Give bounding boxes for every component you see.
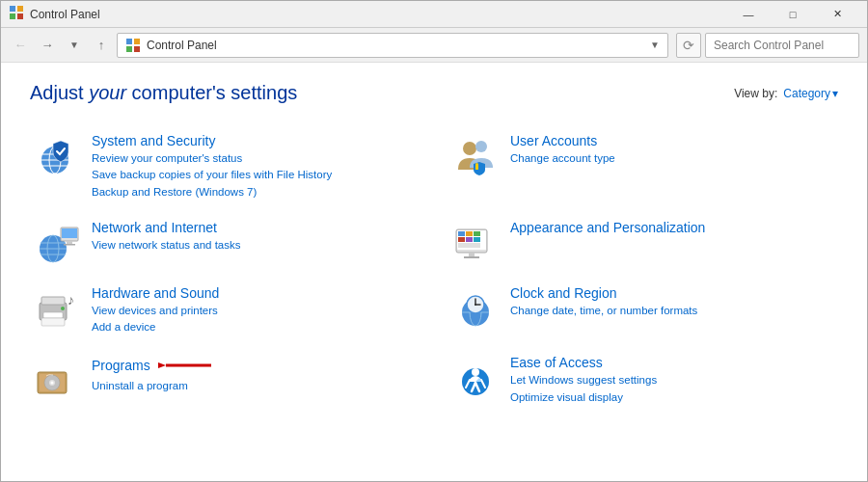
- view-by-arrow-icon: ▾: [832, 87, 838, 100]
- network-internet-content: Network and Internet View network status…: [92, 220, 416, 254]
- svg-point-54: [51, 382, 54, 385]
- address-icon: [125, 38, 141, 53]
- toolbar: ← → ▼ ↑ Control Panel ▼ ⟳: [1, 28, 867, 63]
- user-accounts-link-1[interactable]: Change account type: [510, 150, 834, 167]
- category-network-internet[interactable]: Network and Internet View network status…: [30, 214, 420, 272]
- ease-of-access-link-2[interactable]: Optimize visual display: [510, 389, 834, 406]
- svg-rect-35: [469, 253, 475, 256]
- forward-button[interactable]: →: [36, 34, 59, 57]
- hardware-sound-content: Hardware and Sound View devices and prin…: [92, 285, 416, 336]
- titlebar-controls: — □ ✕: [726, 1, 859, 28]
- svg-point-49: [475, 304, 476, 306]
- svg-rect-3: [17, 13, 23, 19]
- system-security-title[interactable]: System and Security: [92, 133, 416, 148]
- svg-point-58: [472, 368, 479, 376]
- hardware-sound-link-1[interactable]: View devices and printers: [92, 303, 416, 319]
- svg-rect-28: [458, 231, 465, 236]
- svg-rect-4: [126, 39, 132, 44]
- category-appearance[interactable]: Appearance and Personalization: [448, 214, 838, 272]
- svg-rect-32: [466, 237, 473, 242]
- category-system-security[interactable]: System and Security Review your computer…: [30, 127, 420, 206]
- maximize-button[interactable]: □: [771, 1, 815, 28]
- svg-rect-39: [43, 312, 63, 318]
- clock-region-title[interactable]: Clock and Region: [510, 285, 834, 301]
- svg-point-13: [463, 142, 476, 155]
- user-accounts-content: User Accounts Change account type: [510, 133, 834, 167]
- clock-region-link-1[interactable]: Change date, time, or number formats: [510, 303, 834, 319]
- svg-point-40: [61, 307, 65, 310]
- svg-rect-16: [475, 163, 478, 166]
- system-security-icon: [34, 133, 80, 179]
- category-clock-region[interactable]: Clock and Region Change date, time, or n…: [448, 280, 838, 342]
- programs-content: Programs Uninstall a program: [92, 355, 416, 394]
- network-internet-icon: [34, 220, 80, 266]
- minimize-button[interactable]: —: [726, 1, 771, 28]
- clock-region-icon: [452, 285, 499, 332]
- network-internet-link-1[interactable]: View network status and tasks: [92, 237, 416, 254]
- search-input[interactable]: [705, 33, 859, 58]
- view-by-dropdown[interactable]: Category ▾: [783, 87, 838, 100]
- titlebar-icon: [9, 5, 24, 23]
- user-accounts-icon: [452, 133, 499, 179]
- system-security-content: System and Security Review your computer…: [92, 133, 416, 201]
- view-by-label: View by:: [734, 87, 777, 100]
- up-button[interactable]: ↑: [90, 34, 113, 57]
- refresh-button[interactable]: ⟳: [676, 33, 701, 58]
- svg-rect-5: [134, 39, 140, 44]
- programs-title[interactable]: Programs: [92, 355, 416, 376]
- categories-grid: System and Security Review your computer…: [30, 127, 838, 412]
- programs-icon: [34, 355, 80, 401]
- address-text: Control Panel: [147, 39, 644, 52]
- user-accounts-title[interactable]: User Accounts: [510, 133, 834, 148]
- system-security-link-2[interactable]: Save backup copies of your files with Fi…: [92, 167, 416, 183]
- address-bar: Control Panel ▼: [117, 33, 668, 58]
- system-security-link-3[interactable]: Backup and Restore (Windows 7): [92, 184, 416, 201]
- svg-rect-41: [41, 318, 65, 326]
- ease-of-access-content: Ease of Access Let Windows suggest setti…: [510, 355, 834, 406]
- titlebar-title: Control Panel: [30, 8, 726, 21]
- view-by: View by: Category ▾: [734, 87, 838, 100]
- hardware-sound-icon: ♪: [34, 285, 80, 332]
- category-ease-of-access[interactable]: Ease of Access Let Windows suggest setti…: [448, 349, 838, 412]
- clock-region-content: Clock and Region Change date, time, or n…: [510, 285, 834, 319]
- back-button[interactable]: ←: [9, 34, 32, 57]
- close-button[interactable]: ✕: [815, 1, 859, 28]
- svg-rect-29: [466, 231, 473, 236]
- svg-rect-33: [474, 237, 480, 242]
- address-chevron-icon[interactable]: ▼: [650, 40, 660, 50]
- hardware-sound-title[interactable]: Hardware and Sound: [92, 285, 416, 301]
- svg-rect-24: [67, 241, 72, 244]
- hardware-sound-link-2[interactable]: Add a device: [92, 319, 416, 335]
- svg-rect-38: [41, 297, 65, 305]
- svg-point-14: [475, 141, 487, 152]
- appearance-title[interactable]: Appearance and Personalization: [510, 220, 834, 235]
- svg-rect-25: [64, 244, 75, 246]
- dropdown-button[interactable]: ▼: [63, 34, 86, 57]
- ease-of-access-link-1[interactable]: Let Windows suggest settings: [510, 372, 834, 388]
- programs-link-1[interactable]: Uninstall a program: [92, 378, 416, 394]
- network-internet-title[interactable]: Network and Internet: [92, 220, 416, 235]
- svg-rect-6: [126, 46, 132, 52]
- page-title: Adjust your computer's settings: [30, 82, 297, 104]
- svg-rect-7: [134, 46, 140, 52]
- titlebar: Control Panel — □ ✕: [1, 1, 867, 28]
- ease-of-access-icon: [452, 355, 499, 401]
- svg-text:♪: ♪: [68, 292, 74, 308]
- page-header: Adjust your computer's settings View by:…: [30, 82, 838, 104]
- svg-rect-30: [474, 231, 480, 236]
- programs-arrow: [158, 355, 216, 376]
- svg-rect-23: [62, 228, 77, 238]
- main-content: Adjust your computer's settings View by:…: [1, 63, 867, 431]
- svg-rect-36: [464, 256, 479, 258]
- ease-of-access-title[interactable]: Ease of Access: [510, 355, 834, 370]
- svg-rect-34: [458, 243, 480, 248]
- category-user-accounts[interactable]: User Accounts Change account type: [448, 127, 838, 206]
- svg-rect-31: [458, 237, 465, 242]
- category-programs[interactable]: Programs Uninstall a program: [30, 349, 420, 412]
- appearance-content: Appearance and Personalization: [510, 220, 834, 237]
- svg-rect-0: [10, 6, 15, 12]
- category-hardware-sound[interactable]: ♪ Hardware and Sound View devices and pr…: [30, 280, 420, 342]
- appearance-icon: [452, 220, 499, 266]
- system-security-link-1[interactable]: Review your computer's status: [92, 150, 416, 167]
- svg-rect-1: [17, 6, 23, 12]
